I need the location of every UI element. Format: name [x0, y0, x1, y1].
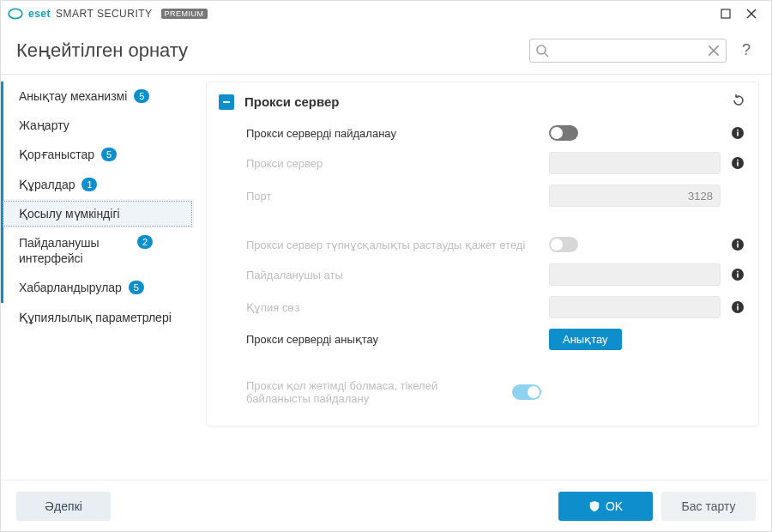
label-username: Пайдаланушы аты	[246, 269, 540, 281]
detect-button[interactable]: Анықтау	[549, 329, 622, 350]
input-proxy-server[interactable]	[549, 152, 721, 174]
label-port: Порт	[246, 190, 540, 203]
sidebar-item-tools[interactable]: Құралдар 1	[1, 170, 194, 199]
svg-rect-23	[737, 304, 739, 305]
sidebar-item-badge: 1	[81, 178, 97, 191]
info-icon	[731, 238, 745, 251]
footer: Әдепкі OK Бас тарту	[1, 480, 771, 531]
revert-button[interactable]	[731, 93, 746, 111]
sidebar-item-label: Қорғаныстар	[19, 147, 94, 162]
info-username[interactable]	[729, 268, 746, 281]
minus-icon	[222, 98, 231, 106]
row-proxy-server: Прокси сервер	[207, 147, 758, 179]
row-port: Порт	[207, 179, 758, 212]
search-input[interactable]	[529, 39, 727, 63]
sidebar-item-privacy[interactable]: Құпиялылық параметрлері	[1, 303, 194, 332]
row-fallback-direct: Прокси қол жетімді болмаса, тікелей байл…	[207, 374, 758, 410]
info-icon	[731, 300, 745, 314]
info-proxy-server[interactable]	[729, 156, 746, 170]
search-field-wrap	[529, 39, 727, 63]
label-fallback-direct: Прокси қол жетімді болмаса, тікелей байл…	[246, 379, 504, 405]
sidebar-item-badge: 5	[101, 148, 117, 161]
sidebar-item-user-interface[interactable]: Пайдаланушы интерфейсі 2	[1, 228, 194, 273]
window-maximize-button[interactable]	[713, 2, 739, 26]
sidebar-item-label: Пайдаланушы интерфейсі	[19, 235, 130, 266]
info-icon	[731, 156, 745, 170]
sidebar-item-update[interactable]: Жаңарту	[1, 111, 194, 140]
panel-title: Прокси сервер	[244, 94, 721, 109]
sidebar-item-badge: 5	[129, 281, 144, 294]
maximize-icon	[721, 9, 731, 19]
info-auth-required[interactable]	[729, 238, 746, 251]
sidebar-item-label: Хабарландырулар	[19, 280, 122, 295]
sidebar-item-detection-engine[interactable]: Анықтау механизмі 5	[1, 82, 194, 111]
sidebar: Анықтау механизмі 5 Жаңарту Қорғаныстар …	[1, 75, 194, 480]
info-icon	[731, 268, 745, 281]
search-icon	[535, 44, 549, 57]
sidebar-item-notifications[interactable]: Хабарландырулар 5	[1, 273, 194, 302]
undo-icon	[731, 93, 746, 108]
row-auth-required: Прокси сервер түпнұсқалықты растауды қаж…	[207, 231, 758, 258]
sidebar-item-badge: 2	[137, 235, 153, 249]
label-detect: Прокси серверді анықтау	[246, 333, 540, 346]
toggle-fallback-direct[interactable]	[512, 384, 541, 400]
svg-rect-1	[721, 9, 730, 18]
svg-rect-13	[737, 162, 739, 166]
content: Прокси сервер Прокси серверді пайдаланау…	[194, 75, 771, 480]
svg-rect-20	[737, 271, 739, 273]
row-password: Құпия сөз	[207, 291, 758, 323]
proxy-panel: Прокси сервер Прокси серверді пайдаланау…	[206, 82, 759, 426]
collapse-toggle[interactable]	[219, 94, 234, 110]
svg-rect-19	[737, 274, 739, 278]
sidebar-item-label: Құралдар	[19, 177, 75, 192]
close-icon	[746, 9, 757, 19]
svg-rect-17	[737, 241, 739, 243]
page-title: Кеңейтілген орнату	[16, 39, 188, 62]
svg-rect-14	[737, 160, 739, 161]
svg-point-0	[9, 9, 22, 18]
label-password: Құпия сөз	[246, 301, 540, 314]
sidebar-item-label: Жаңарту	[19, 118, 69, 133]
row-username: Пайдаланушы аты	[207, 258, 758, 291]
ok-button[interactable]: OK	[558, 492, 653, 521]
svg-rect-22	[737, 306, 739, 311]
row-use-proxy: Прокси серверді пайдаланау	[207, 119, 758, 147]
input-port[interactable]	[549, 184, 721, 207]
info-password[interactable]	[729, 300, 746, 314]
sidebar-item-label: Анықтау механизмі	[19, 88, 127, 104]
label-auth-required: Прокси сервер түпнұсқалықты растауды қаж…	[246, 239, 540, 251]
svg-rect-10	[737, 132, 739, 136]
label-use-proxy: Прокси серверді пайдаланау	[246, 127, 540, 140]
header: Кеңейтілген орнату ?	[1, 27, 771, 75]
sidebar-item-connectivity[interactable]: Қосылу мүмкіндігі	[1, 199, 194, 228]
brand-edition: PREMIUM	[161, 9, 208, 19]
brand: eset SMART SECURITY PREMIUM	[8, 6, 208, 21]
info-icon	[731, 126, 745, 140]
cancel-button[interactable]: Бас тарту	[661, 492, 756, 521]
info-use-proxy[interactable]	[729, 126, 746, 140]
help-button[interactable]: ?	[737, 41, 756, 59]
input-password[interactable]	[549, 296, 721, 318]
sidebar-item-label: Қосылу мүмкіндігі	[19, 206, 120, 221]
titlebar: eset SMART SECURITY PREMIUM	[1, 1, 771, 27]
svg-point-4	[537, 45, 546, 54]
toggle-use-proxy[interactable]	[549, 125, 578, 141]
svg-rect-16	[737, 244, 739, 248]
eset-logo-icon	[8, 6, 23, 21]
input-username[interactable]	[549, 263, 721, 286]
svg-rect-11	[737, 130, 739, 131]
svg-line-5	[545, 53, 548, 57]
default-button[interactable]: Әдепкі	[16, 492, 111, 521]
shield-icon	[588, 500, 600, 512]
brand-eset: eset	[28, 8, 51, 20]
window-close-button[interactable]	[739, 2, 764, 26]
sidebar-item-protections[interactable]: Қорғаныстар 5	[1, 140, 194, 169]
brand-name: SMART SECURITY	[56, 8, 153, 20]
sidebar-item-label: Құпиялылық параметрлері	[19, 310, 172, 325]
clear-search-icon[interactable]	[706, 43, 721, 58]
ok-button-label: OK	[606, 499, 623, 513]
row-detect: Прокси серверді анықтау Анықтау	[207, 323, 758, 355]
label-proxy-server: Прокси сервер	[246, 157, 540, 170]
sidebar-item-badge: 5	[134, 89, 149, 103]
toggle-auth-required[interactable]	[549, 237, 578, 252]
